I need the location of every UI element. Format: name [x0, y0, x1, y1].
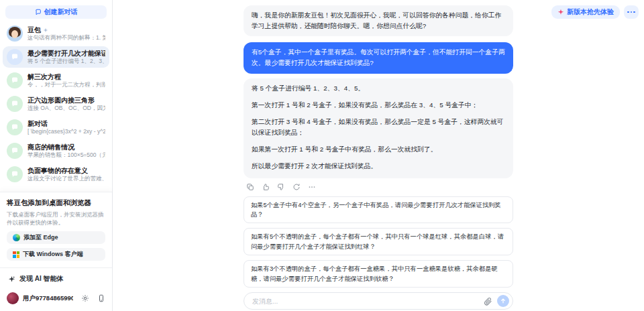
conversation-subtitle: 这句话有两种不同的解释：1. 第一...	[28, 34, 105, 42]
discover-ai-agents-label: 发现 AI 智能体	[19, 274, 64, 284]
conversation-item[interactable]: 新对话[ \begin{cases}3x^2 + 2xy - y^2 + ...	[3, 117, 109, 138]
add-to-edge-label: 添加至 Edge	[23, 233, 58, 242]
conversation-item[interactable]: 商店的销售情况苹果的销售额：100×5=500（元）...	[3, 140, 109, 162]
send-button[interactable]	[497, 295, 509, 307]
conversation-item[interactable]: 解三次方程令，，对于一元二次方程，判别...	[3, 70, 109, 91]
chat-main: 新版本抢先体验 嗨，我是你的新朋友豆包！初次见面很开心，我呢，可以回答你的各种问…	[113, 0, 644, 311]
official-badge-icon	[43, 27, 48, 33]
answer-paragraph: 第一次打开 1 号和 2 号盒子，如果没有奖品，那么奖品在 3、4、5 号盒子中…	[252, 100, 505, 111]
suggested-question[interactable]: 如果5个盒子中有4个空盒子，另一个盒子中有奖品，请问最少需要打开几次才能保证找到…	[244, 196, 513, 224]
new-chat-button[interactable]: 创建新对话	[5, 5, 107, 19]
conversation-title: 商店的销售情况	[28, 143, 105, 151]
paperclip-icon	[484, 297, 492, 306]
new-version-label: 新版本抢先体验	[567, 7, 614, 17]
suggested-question[interactable]: 如果有3个不透明的盒子，每个盒子都有一盒糖果，其中只有一盒糖果是软糖，其余都是硬…	[244, 260, 513, 288]
answer-paragraph: 将 5 个盒子进行编号 1、2、3、4、5。	[252, 83, 505, 94]
promo-title: 将豆包添加到桌面和浏览器	[7, 198, 105, 208]
chat-column: 嗨，我是你的新朋友豆包！初次见面很开心，我呢，可以回答你的各种问题，给你工作学习…	[244, 0, 513, 311]
like-icon	[262, 183, 270, 191]
mobile-device-icon[interactable]	[97, 294, 105, 302]
promo-description: 下载桌面客户端应用，并安装浏览器插件以获得更快的体验。	[7, 211, 105, 227]
conversation-title: 豆包	[28, 25, 105, 34]
copy-button[interactable]	[246, 183, 254, 191]
more-actions-icon	[308, 183, 316, 191]
more-options-icon	[627, 11, 635, 13]
new-version-sparkle-icon	[557, 9, 564, 15]
regenerate-icon	[292, 183, 301, 191]
chat-bubble-green-icon	[7, 143, 23, 159]
settings-gear-icon[interactable]	[81, 294, 89, 302]
answer-paragraph: 所以最少需要打开 2 次才能保证找到奖品。	[252, 161, 505, 172]
header-actions: 新版本抢先体验	[551, 5, 639, 19]
sidebar: 创建新对话 豆包这句话有两种不同的解释：1. 第一...最少需要打开几次才能保证…	[0, 0, 113, 311]
dislike-button[interactable]	[277, 183, 285, 191]
suggested-question[interactable]: 如果有5个不透明的盒子，每个盒子都有一个球，其中只有一个球是红球，其余都是白球，…	[244, 228, 513, 255]
conversation-subtitle: 将 5 个盒子进行编号 1、2、3、4...	[28, 58, 105, 65]
conversation-title: 解三次方程	[28, 72, 105, 81]
message-composer[interactable]	[244, 292, 513, 310]
conversation-item[interactable]: 负面事物的存在意义这段文字讨论了世界上的苦难、恶...	[3, 164, 109, 185]
dislike-icon	[277, 183, 285, 191]
download-windows-button[interactable]: 下载 Windows 客户端	[7, 248, 105, 261]
suggested-questions: 如果5个盒子中有4个空盒子，另一个盒子中有奖品，请问最少需要打开几次才能保证找到…	[244, 196, 513, 292]
answer-paragraph: 第二次打开 3 号和 4 号盒子，如果没有奖品，那么奖品一定是 5 号盒子，这样…	[252, 117, 505, 138]
chat-bubble-green-icon	[7, 96, 23, 112]
conversation-title: 正六边形圆内接三角形	[28, 96, 105, 105]
new-chat-label: 创建新对话	[44, 7, 78, 17]
edge-icon	[13, 234, 20, 241]
answer-paragraph: 如果第一次打开 1 号和 2 号盒子中有奖品，那么一次就找到了。	[252, 144, 505, 155]
new-chat-icon	[35, 9, 42, 15]
conversation-title: 负面事物的存在意义	[28, 166, 105, 175]
assistant-answer-message: 将 5 个盒子进行编号 1、2、3、4、5。第一次打开 1 号和 2 号盒子，如…	[244, 78, 513, 178]
conversation-subtitle: 这段文字讨论了世界上的苦难、恶...	[28, 175, 105, 182]
conversation-subtitle: [ \begin{cases}3x^2 + 2xy - y^2 + ...	[28, 128, 105, 135]
conversation-title: 最少需要打开几次才能保证找...	[28, 49, 105, 58]
copy-icon	[246, 183, 254, 191]
conversation-subtitle: 连接 OA、OB、OC、OD，因为正...	[28, 105, 105, 112]
message-actions	[246, 183, 511, 191]
user-avatar	[7, 292, 19, 304]
attachment-button[interactable]	[484, 297, 492, 306]
like-button[interactable]	[262, 183, 270, 191]
assistant-greeting-message: 嗨，我是你的新朋友豆包！初次见面很开心，我呢，可以回答你的各种问题，给你工作学习…	[244, 5, 513, 36]
promo-card: 将豆包添加到桌面和浏览器 下载桌面客户端应用，并安装浏览器插件以获得更快的体验。…	[0, 192, 112, 267]
user-name: 用户977848659903	[23, 294, 73, 303]
sparkle-icon	[8, 275, 15, 283]
user-message: 有5个盒子，其中一个盒子里有奖品。每次可以打开两个盒子，但不能打开同一个盒子两次…	[244, 42, 513, 73]
send-arrow-icon	[500, 298, 506, 304]
windows-icon	[13, 251, 19, 258]
user-profile[interactable]: 用户977848659903	[0, 290, 112, 311]
conversation-list: 豆包这句话有两种不同的解释：1. 第一...最少需要打开几次才能保证找...将 …	[0, 23, 112, 192]
doubao-avatar-icon	[7, 25, 23, 42]
chat-bubble-blue-icon	[7, 49, 23, 65]
regenerate-button[interactable]	[292, 183, 301, 191]
doubao-app: 创建新对话 豆包这句话有两种不同的解释：1. 第一...最少需要打开几次才能保证…	[0, 0, 644, 311]
chat-bubble-green-icon	[7, 119, 23, 135]
new-version-button[interactable]: 新版本抢先体验	[551, 5, 620, 19]
message-input[interactable]	[252, 298, 479, 305]
composer-area: 内容由豆包大模型生成，不能完全保障真实	[244, 292, 513, 311]
conversation-subtitle: 令，，对于一元二次方程，判别...	[28, 81, 105, 88]
conversation-item[interactable]: 最少需要打开几次才能保证找...将 5 个盒子进行编号 1、2、3、4...	[3, 46, 109, 68]
more-options-button[interactable]	[624, 5, 639, 19]
conversation-title: 新对话	[28, 119, 105, 128]
conversation-subtitle: 苹果的销售额：100×5=500（元）...	[28, 151, 105, 159]
discover-ai-agents-button[interactable]: 发现 AI 智能体	[0, 267, 112, 290]
conversation-item[interactable]: 豆包这句话有两种不同的解释：1. 第一...	[3, 23, 109, 44]
add-to-edge-button[interactable]: 添加至 Edge	[7, 231, 105, 244]
chat-bubble-green-icon	[7, 72, 23, 88]
download-windows-label: 下载 Windows 客户端	[23, 250, 83, 259]
conversation-item[interactable]: 正六边形圆内接三角形连接 OA、OB、OC、OD，因为正...	[3, 93, 109, 115]
more-actions-button[interactable]	[308, 183, 316, 191]
chat-bubble-green-icon	[7, 166, 23, 182]
